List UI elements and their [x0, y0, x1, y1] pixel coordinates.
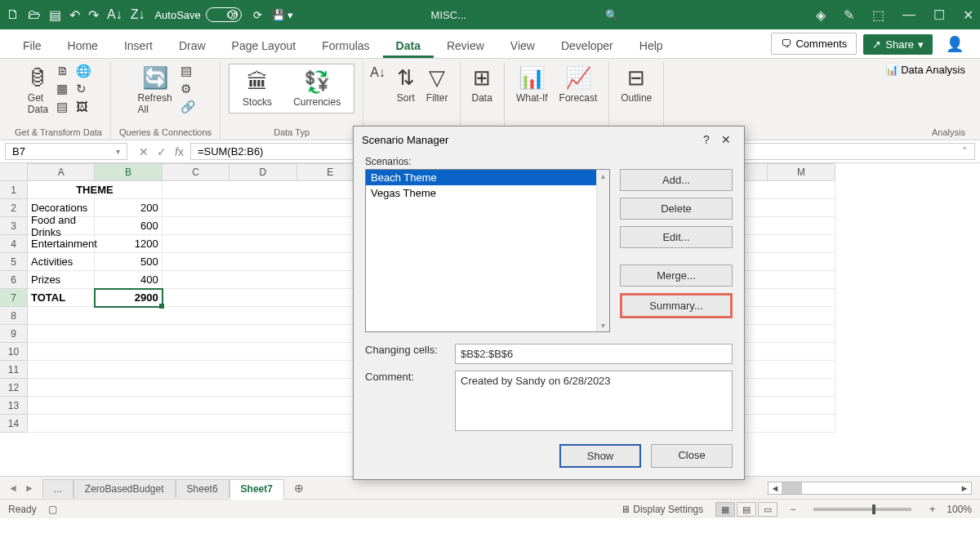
data-analysis-button[interactable]: 📊 Data Analysis — [885, 64, 965, 76]
diamond-icon[interactable]: ◈ — [816, 7, 826, 23]
display-settings-button[interactable]: 🖥 Display Settings — [621, 504, 703, 515]
sheet-tab[interactable]: ZeroBasedBudget — [74, 479, 176, 498]
links-icon[interactable]: 🔗 — [180, 100, 197, 114]
dialog-close-icon[interactable]: ✕ — [716, 133, 736, 146]
list-item[interactable]: Beach Theme — [366, 170, 609, 185]
enter-formula-icon[interactable]: ✓ — [157, 145, 167, 158]
tab-view[interactable]: View — [497, 33, 548, 58]
comment-field[interactable]: Created by Sandy on 6/28/2023 — [455, 371, 733, 431]
recent-sources-icon[interactable]: ↻ — [76, 82, 92, 96]
refresh-qat-icon[interactable]: ⟳ — [253, 9, 262, 21]
col-header[interactable]: A — [28, 163, 95, 181]
cell[interactable]: THEME — [28, 181, 163, 199]
col-header[interactable]: D — [229, 163, 296, 181]
delete-button[interactable]: Delete — [620, 198, 733, 220]
sheet-tab[interactable]: Sheet6 — [176, 479, 229, 498]
tab-home[interactable]: Home — [55, 33, 111, 58]
close-button[interactable]: Close — [651, 444, 733, 468]
ribbon-display-icon[interactable]: ⬚ — [872, 7, 884, 23]
add-button[interactable]: Add... — [620, 169, 733, 191]
changing-cells-field[interactable]: $B$2:$B$6 — [455, 344, 733, 364]
list-item[interactable]: Vegas Theme — [366, 185, 609, 201]
print-icon[interactable]: ▤ — [49, 7, 61, 23]
tab-draw[interactable]: Draw — [166, 33, 219, 58]
ribbon-tabs: File Home Insert Draw Page Layout Formul… — [0, 29, 980, 59]
forecast-button[interactable]: 📈Forecast — [556, 64, 601, 105]
zoom-in-icon[interactable]: + — [929, 504, 935, 515]
properties-icon[interactable]: ⚙ — [180, 82, 197, 96]
save-icon[interactable]: 💾 ▾ — [272, 9, 294, 21]
status-bar: Ready ▢ 🖥 Display Settings ▦▤▭ − + 100% — [0, 499, 980, 518]
queries-icon[interactable]: ▤ — [180, 64, 197, 78]
macro-icon[interactable]: ▢ — [48, 504, 57, 515]
dialog-help-icon[interactable]: ? — [697, 133, 716, 146]
dialog-title: Scenario Manager — [362, 134, 697, 146]
refresh-all-button[interactable]: 🔄Refresh All — [135, 64, 176, 117]
sort-desc-icon[interactable]: Z↓ — [131, 7, 145, 22]
edit-button[interactable]: Edit... — [620, 226, 733, 248]
tab-developer[interactable]: Developer — [548, 33, 626, 58]
share-button[interactable]: ↗ Share ▾ — [863, 34, 933, 55]
scenarios-listbox[interactable]: Beach Theme Vegas Theme ▴▾ — [365, 169, 610, 332]
merge-button[interactable]: Merge... — [620, 264, 733, 287]
redo-icon[interactable]: ↷ — [88, 7, 99, 23]
autosave-toggle[interactable]: AutoSave Off — [154, 7, 241, 22]
undo-icon[interactable]: ↶ — [69, 7, 80, 23]
currencies-button[interactable]: 💱Currencies — [290, 68, 344, 109]
fx-icon[interactable]: fx — [175, 145, 184, 158]
summary-button[interactable]: Summary... — [620, 293, 733, 318]
search-icon[interactable]: 🔍 — [604, 9, 620, 21]
horizontal-scrollbar[interactable]: ◄► — [768, 482, 972, 495]
listbox-scrollbar[interactable]: ▴▾ — [596, 170, 609, 331]
from-web-icon[interactable]: 🌐 — [76, 64, 92, 78]
view-buttons[interactable]: ▦▤▭ — [715, 502, 778, 517]
sort-button[interactable]: ⇅Sort — [394, 64, 418, 105]
tab-review[interactable]: Review — [434, 33, 497, 58]
minimize-icon[interactable]: — — [902, 7, 915, 23]
col-header[interactable]: M — [768, 163, 835, 181]
scenario-manager-dialog: Scenario Manager ? ✕ Scenarios: Beach Th… — [353, 126, 745, 480]
col-header[interactable]: C — [163, 163, 229, 181]
existing-conn-icon[interactable]: ▤ — [56, 100, 73, 114]
close-icon[interactable]: ✕ — [963, 7, 973, 23]
tab-file[interactable]: File — [10, 33, 55, 58]
sort-asc-icon[interactable]: A↓ — [107, 7, 122, 22]
from-pic-icon[interactable]: 🖼 — [76, 100, 92, 114]
active-cell[interactable]: 2900 — [95, 289, 162, 307]
name-box[interactable]: B7▾ — [5, 143, 127, 160]
tab-formulas[interactable]: Formulas — [309, 33, 382, 58]
zoom-level[interactable]: 100% — [947, 504, 972, 515]
pen-icon[interactable]: ✎ — [844, 7, 854, 23]
add-sheet-icon[interactable]: ⊕ — [294, 482, 304, 495]
tab-insert[interactable]: Insert — [111, 33, 166, 58]
from-table-icon[interactable]: ▦ — [56, 82, 73, 96]
sheet-tab-active[interactable]: Sheet7 — [229, 479, 284, 500]
row-header[interactable]: 1 — [0, 181, 28, 199]
sheet-tab[interactable]: ... — [42, 479, 74, 498]
show-button[interactable]: Show — [559, 444, 641, 468]
data-tools-button[interactable]: ⊞Data — [469, 64, 496, 105]
sort-az-icon[interactable]: A↓ — [367, 64, 389, 82]
cancel-formula-icon[interactable]: ✕ — [139, 145, 149, 158]
outline-button[interactable]: ⊟Outline — [617, 64, 655, 105]
tab-data[interactable]: Data — [383, 33, 434, 58]
sheet-prev-icon[interactable]: ◄ — [8, 482, 18, 494]
col-header[interactable]: B — [95, 163, 162, 181]
select-all-corner[interactable] — [0, 163, 28, 181]
sheet-next-icon[interactable]: ► — [24, 482, 34, 494]
tab-page-layout[interactable]: Page Layout — [219, 33, 310, 58]
open-file-icon[interactable]: 🗁 — [28, 7, 41, 22]
new-file-icon[interactable]: 🗋 — [7, 7, 20, 22]
zoom-slider[interactable] — [813, 508, 911, 511]
what-if-button[interactable]: 📊What-If — [513, 64, 551, 105]
stocks-button[interactable]: 🏛Stocks — [239, 68, 275, 109]
zoom-out-icon[interactable]: − — [790, 504, 795, 515]
filter-button[interactable]: ▽Filter — [423, 64, 452, 105]
tab-help[interactable]: Help — [626, 33, 676, 58]
user-icon[interactable]: 👤 — [944, 33, 965, 55]
group-label: Queries & Connections — [119, 127, 212, 140]
from-text-icon[interactable]: 🗎 — [56, 64, 73, 78]
comments-button[interactable]: 🗨 Comments — [771, 33, 857, 55]
get-data-button[interactable]: 🛢Get Data — [24, 64, 51, 117]
maximize-icon[interactable]: ☐ — [933, 7, 945, 23]
